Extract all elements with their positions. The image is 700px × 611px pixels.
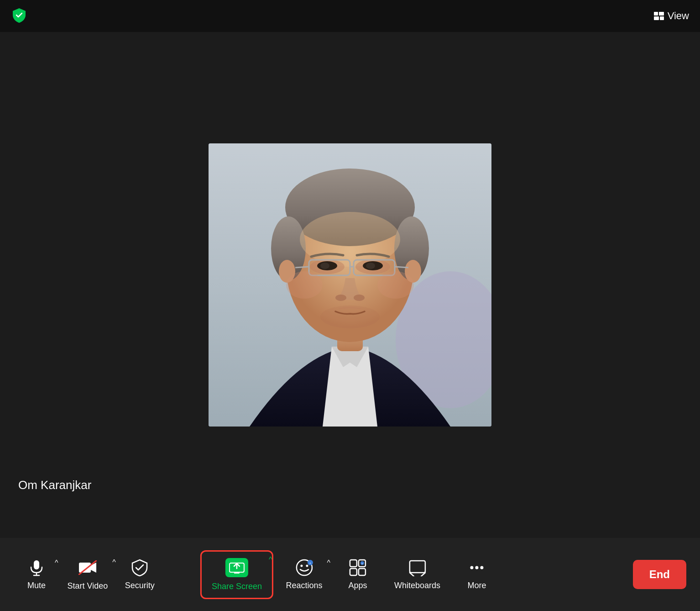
svg-rect-49 [410, 561, 425, 573]
svg-rect-0 [654, 12, 658, 16]
svg-rect-45 [350, 569, 357, 575]
video-icon [78, 560, 97, 575]
svg-text:+: + [361, 562, 363, 565]
svg-point-29 [377, 271, 414, 299]
svg-rect-36 [234, 572, 240, 574]
apps-label: Apps [349, 581, 367, 590]
svg-point-19 [366, 263, 375, 269]
svg-point-26 [354, 295, 365, 301]
participant-name: Om Karanjkar [18, 478, 91, 492]
apps-icon: + [349, 559, 366, 576]
reactions-label: Reactions [286, 581, 322, 590]
toolbar-left: Mute ^ Start Video ^ [14, 553, 164, 596]
apps-button[interactable]: + Apps [335, 553, 381, 596]
svg-rect-3 [660, 16, 664, 20]
top-bar: View [0, 0, 700, 32]
mute-button[interactable]: Mute [14, 553, 59, 596]
more-icon [468, 559, 486, 576]
toolbar: Mute ^ Start Video ^ [0, 538, 700, 611]
whiteboards-label: Whiteboards [394, 581, 440, 590]
svg-rect-33 [79, 563, 91, 573]
toolbar-center: Share Screen ^ + Reactions ^ [200, 550, 500, 599]
svg-point-27 [320, 306, 380, 328]
svg-point-52 [470, 566, 474, 569]
share-screen-icon [229, 561, 245, 574]
svg-point-18 [320, 263, 329, 269]
svg-rect-1 [659, 12, 664, 16]
svg-point-28 [286, 271, 323, 299]
share-screen-chevron[interactable]: ^ [269, 556, 272, 564]
svg-rect-2 [654, 16, 659, 20]
reactions-button[interactable]: + Reactions [277, 553, 331, 596]
end-button[interactable]: End [633, 560, 686, 589]
mute-chevron[interactable]: ^ [55, 559, 58, 567]
main-video-area: Om Karanjkar [0, 32, 700, 538]
svg-rect-46 [359, 569, 366, 575]
svg-rect-43 [350, 560, 357, 567]
start-video-label: Start Video [68, 581, 108, 591]
svg-text:+: + [309, 561, 311, 565]
whiteboards-button[interactable]: Whiteboards [385, 553, 449, 596]
share-screen-highlight: Share Screen [200, 550, 273, 599]
start-video-button[interactable]: Start Video [58, 553, 117, 596]
mic-icon [28, 559, 45, 576]
svg-point-39 [300, 564, 303, 567]
reactions-icon: + [296, 559, 313, 576]
view-button[interactable]: View [654, 10, 689, 22]
svg-point-40 [306, 564, 308, 567]
security-label: Security [125, 581, 155, 590]
svg-rect-30 [34, 560, 39, 569]
mute-group: Mute ^ [14, 553, 58, 596]
share-screen-button[interactable]: Share Screen [204, 553, 270, 596]
whiteboards-icon [409, 559, 426, 576]
share-screen-label: Share Screen [212, 582, 262, 591]
view-label: View [668, 10, 689, 22]
reactions-chevron[interactable]: ^ [327, 559, 331, 567]
more-button[interactable]: More [454, 553, 500, 596]
svg-line-24 [395, 267, 408, 268]
security-button[interactable]: Security [116, 553, 164, 596]
svg-line-23 [295, 267, 309, 268]
video-icon-wrapper [78, 558, 97, 577]
security-icon [131, 559, 148, 576]
svg-point-53 [475, 566, 479, 569]
share-screen-icon-bg [225, 558, 248, 577]
participant-video [209, 143, 491, 427]
video-chevron[interactable]: ^ [112, 558, 116, 567]
reactions-group: + Reactions ^ [277, 553, 330, 596]
video-container: Om Karanjkar [0, 32, 700, 538]
toolbar-right: End [624, 560, 686, 589]
video-group: Start Video ^ [58, 553, 116, 596]
svg-point-25 [335, 295, 346, 301]
mute-label: Mute [27, 581, 46, 590]
svg-point-54 [481, 566, 484, 569]
more-label: More [468, 581, 486, 590]
svg-point-11 [300, 212, 400, 267]
share-screen-group: Share Screen ^ [200, 550, 272, 599]
shield-icon [11, 7, 27, 25]
